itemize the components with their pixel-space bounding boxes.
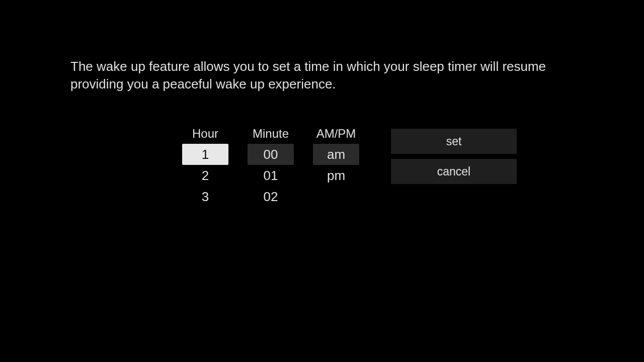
minute-column: Minute 00 01 02 bbox=[238, 127, 303, 214]
minute-option[interactable]: 00 bbox=[248, 144, 294, 165]
ampm-scroll[interactable]: am pm bbox=[313, 144, 359, 214]
feature-description: The wake up feature allows you to set a … bbox=[70, 58, 574, 93]
minute-scroll[interactable]: 00 01 02 bbox=[248, 144, 294, 214]
minute-option[interactable]: 02 bbox=[248, 186, 294, 207]
ampm-option[interactable]: am bbox=[313, 144, 359, 165]
hour-label: Hour bbox=[192, 127, 218, 141]
ampm-option[interactable]: pm bbox=[313, 165, 359, 186]
hour-option[interactable]: 2 bbox=[182, 165, 228, 186]
time-picker: Hour 1 2 3 Minute 00 01 02 AM/PM am pm s… bbox=[173, 127, 517, 214]
minute-option[interactable]: 01 bbox=[248, 165, 294, 186]
hour-option[interactable]: 1 bbox=[182, 144, 228, 165]
hour-column: Hour 1 2 3 bbox=[173, 127, 238, 214]
minute-label: Minute bbox=[253, 127, 289, 141]
action-buttons: set cancel bbox=[391, 129, 517, 184]
hour-option[interactable]: 3 bbox=[182, 186, 228, 207]
set-button[interactable]: set bbox=[391, 129, 517, 154]
ampm-label: AM/PM bbox=[316, 127, 356, 141]
cancel-button[interactable]: cancel bbox=[391, 159, 517, 184]
hour-scroll[interactable]: 1 2 3 bbox=[182, 144, 228, 214]
ampm-column: AM/PM am pm bbox=[303, 127, 369, 214]
